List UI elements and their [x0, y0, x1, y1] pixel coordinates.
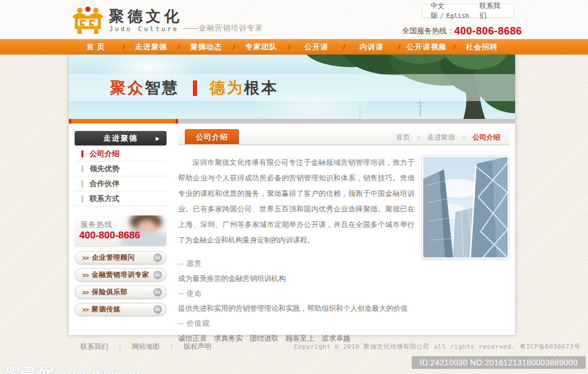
sidebar-item-label: 合作伙伴 — [90, 179, 119, 188]
section-text-mission: 提供先进和实用的营销管理理论和实践，帮助组织和个人创造最大的价值 — [178, 301, 415, 316]
language-options: 中文版/Eglish — [431, 1, 479, 21]
tab-company-intro[interactable]: 公司介绍 — [185, 129, 239, 144]
logo[interactable]: 聚德文化 Judo Culture — [71, 6, 183, 34]
banner-slogan: 聚众 智慧 德为 根本 — [110, 78, 278, 98]
company-intro-paragraph: 深圳市聚德文化传播有限公司专注于金融领域营销管理培训，致力于帮助企业与个人获得成… — [178, 155, 415, 248]
double-arrow-icon: >> — [82, 306, 88, 313]
image-id-stamp: ID:24210030 NO:20161213180003889000 — [412, 356, 586, 369]
sidebar-item-company-intro[interactable]: 公司介绍 — [75, 146, 167, 161]
nav-item-open-course[interactable]: 公开课 — [294, 42, 339, 52]
sidebar-hotline-card: 服务热线 400-800-8686 — [75, 215, 167, 246]
menu-marker-icon — [82, 180, 83, 187]
sidebar-quick-links: >> 企业管理顾问 GO >> 金融营销培训专家 GO >> 保险俱乐部 GO … — [75, 251, 167, 316]
slogan-part4: 根本 — [244, 78, 278, 98]
section-text-vision: 成为最受推崇的金融营销培训机构 — [178, 271, 415, 286]
nav-separator: / — [229, 43, 239, 51]
section-header-bar: 公司介绍 首页 ＞ 走进聚德 ＞ 公司介绍 — [178, 128, 509, 145]
section-heading-values: -- 价值观 — [178, 316, 415, 331]
nav-item-about[interactable]: 走进聚德 — [129, 42, 173, 52]
page-background: 聚德文化 Judo Culture ——金融营销培训专家 中文版/Eglish … — [0, 0, 588, 374]
copyright-text: Copyright © 2010 聚德文化传播有限公司 all rights r… — [294, 342, 581, 351]
sidebar-hotline-number: 400-800-8686 — [79, 230, 140, 241]
service-hotline: 全国服务热线：400-806-8686 — [402, 25, 514, 37]
nav-separator: / — [394, 43, 404, 51]
company-sections: -- 愿景 成为最受推崇的金融营销培训机构 -- 使命 提供先进和实用的营销管理… — [178, 256, 415, 346]
quick-link-finance-training-expert[interactable]: >> 金融营销培训专家 GO — [75, 268, 167, 282]
footer-separator: | — [119, 342, 121, 350]
quick-link-insurance-club[interactable]: >> 保险俱乐部 GO — [75, 286, 167, 299]
hotline-number: 400-806-8686 — [454, 25, 522, 37]
sidebar-item-label: 公司介绍 — [90, 149, 119, 158]
buildings-photo — [421, 155, 509, 259]
go-badge-icon: GO — [153, 305, 162, 314]
breadcrumb-separator: ＞ — [461, 133, 467, 141]
footer-links: 联系我们 | 网站地图 | 版权声明 — [80, 342, 211, 352]
sidebar-item-label: 领先优势 — [90, 164, 119, 173]
logo-icon — [71, 6, 105, 34]
menu-marker-icon — [82, 151, 83, 157]
article: 深圳市聚德文化传播有限公司专注于金融领域营销管理培训，致力于帮助企业与个人获得成… — [178, 155, 509, 346]
nav-item-course-video[interactable]: 公开课视频 — [404, 42, 449, 52]
breadcrumb: 首页 ＞ 走进聚德 ＞ 公司介绍 — [396, 133, 500, 142]
sidebar-title[interactable]: 走进聚德 ▶ — [75, 131, 167, 145]
language-switch-box: 中文版/Eglish 联系我们 — [422, 4, 514, 18]
strip-orange-segment — [69, 119, 178, 124]
footer-separator: | — [171, 342, 172, 350]
quick-link-label: 金融营销培训专家 — [92, 270, 149, 280]
sidebar-item-advantages[interactable]: 领先优势 — [75, 161, 167, 176]
banner-bottom-strip — [69, 119, 515, 124]
quick-link-label: 保险俱乐部 — [92, 287, 128, 297]
footer-link-sitemap[interactable]: 网站地图 — [132, 342, 160, 350]
quick-link-management-consultant[interactable]: >> 企业管理顾问 GO — [75, 251, 167, 264]
sidebar-item-contact[interactable]: 联系方式 — [75, 191, 167, 206]
lang-english-link[interactable]: Eglish — [446, 12, 469, 20]
banner: 聚众 智慧 德为 根本 — [69, 55, 515, 119]
lang-separator: / — [440, 11, 444, 20]
main-nav: 首 页 / 走进聚德 / 聚德动态 / 专家团队 / 公开课 / 内训课 / 公… — [0, 39, 588, 55]
footer-link-copyright-notice[interactable]: 版权声明 — [184, 342, 211, 350]
sidebar-hotline-label: 服务热线 — [80, 219, 113, 230]
sidebar-item-label: 联系方式 — [90, 194, 119, 203]
slogan-part1: 聚众 — [110, 78, 145, 98]
nav-separator: / — [449, 43, 459, 51]
slogan-part2: 智慧 — [145, 78, 179, 98]
logo-name-cn: 聚德文化 — [109, 8, 183, 24]
nav-separator: / — [173, 43, 184, 51]
breadcrumb-about[interactable]: 走进聚德 — [427, 133, 455, 141]
double-arrow-icon: >> — [82, 255, 88, 261]
quick-link-label: 聚德传媒 — [92, 304, 121, 314]
go-badge-icon: GO — [153, 271, 162, 279]
content-wrapper: 聚众 智慧 德为 根本 走进聚德 ▶ 公司介绍 领先优势 — [69, 55, 515, 335]
nav-separator: / — [284, 43, 294, 51]
breadcrumb-separator: ＞ — [415, 133, 422, 141]
nav-separator: / — [339, 43, 349, 51]
chevron-right-icon: ▶ — [156, 136, 161, 141]
menu-marker-icon — [82, 165, 83, 172]
logo-name-en: Judo Culture — [109, 25, 183, 33]
nav-item-experts[interactable]: 专家团队 — [239, 42, 284, 52]
nav-item-home[interactable]: 首 页 — [74, 42, 118, 52]
double-arrow-icon: >> — [82, 272, 88, 279]
breadcrumb-current: 公司介绍 — [473, 133, 500, 141]
footer-link-contact[interactable]: 联系我们 — [80, 342, 108, 350]
site-header: 聚德文化 Judo Culture ——金融营销培训专家 中文版/Eglish … — [0, 0, 588, 39]
sidebar-menu: 公司介绍 领先优势 合作伙伴 联系方式 — [75, 146, 167, 206]
double-arrow-icon: >> — [82, 289, 88, 296]
sidebar-item-partners[interactable]: 合作伙伴 — [75, 176, 167, 191]
logo-slogan: ——金融营销培训专家 — [183, 23, 263, 33]
quick-link-jude-media[interactable]: >> 聚德传媒 GO — [75, 303, 167, 316]
contact-us-link[interactable]: 联系我们 — [479, 1, 505, 21]
section-heading-mission: -- 使命 — [178, 286, 415, 301]
menu-marker-icon — [82, 195, 83, 202]
section-heading-vision: -- 愿景 — [178, 256, 415, 271]
main-content: 公司介绍 首页 ＞ 走进聚德 ＞ 公司介绍 深圳市聚德文化传播有限公司专注于金融… — [178, 128, 509, 346]
nav-separator: / — [118, 43, 129, 51]
hotline-label: 全国服务热线： — [402, 26, 454, 35]
sidebar-title-label: 走进聚德 — [103, 133, 138, 144]
nav-item-internal-course[interactable]: 内训课 — [349, 42, 394, 52]
nav-item-news[interactable]: 聚德动态 — [184, 42, 229, 52]
strip-gray-segment — [178, 119, 515, 124]
quick-link-label: 企业管理顾问 — [92, 253, 135, 263]
nav-item-recruitment[interactable]: 社会招聘 — [459, 42, 504, 52]
breadcrumb-home[interactable]: 首页 — [396, 133, 410, 141]
